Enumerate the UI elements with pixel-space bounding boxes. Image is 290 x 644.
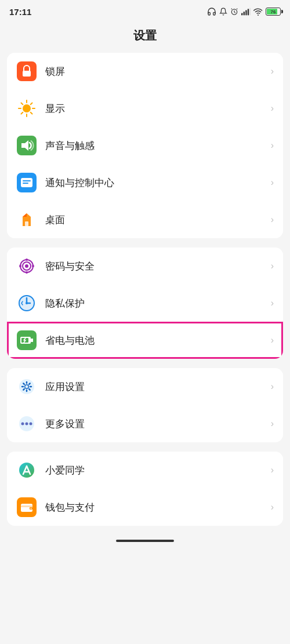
desktop-arrow: ›: [271, 214, 274, 225]
svg-line-48: [29, 389, 30, 390]
svg-rect-9: [23, 71, 31, 77]
privacy-arrow: ›: [271, 298, 274, 308]
svg-line-49: [29, 383, 30, 384]
svg-line-16: [31, 112, 32, 114]
svg-line-17: [31, 103, 32, 105]
settings-item-notification[interactable]: 通知与控制中心 ›: [7, 164, 283, 201]
settings-item-password[interactable]: 密码与安全 ›: [7, 248, 283, 285]
svg-rect-3: [244, 12, 245, 15]
settings-item-privacy[interactable]: 隐私保护 ›: [7, 285, 283, 322]
display-label: 显示: [45, 102, 271, 115]
battery-icon-item: [16, 330, 37, 351]
bottom-bar: [0, 535, 290, 549]
notification-arrow: ›: [271, 177, 274, 188]
battery-label: 省电与电池: [45, 334, 271, 347]
svg-point-61: [31, 508, 32, 509]
svg-line-15: [21, 103, 23, 105]
wallet-label: 钱包与支付: [45, 501, 271, 514]
svg-point-31: [19, 265, 21, 267]
settings-section-4: 小爱同学 › 钱包与支付 ›: [7, 452, 283, 526]
desktop-label: 桌面: [45, 213, 271, 227]
page-title: 设置: [0, 21, 290, 53]
svg-rect-38: [31, 339, 33, 342]
svg-point-35: [26, 302, 28, 304]
sound-icon: [16, 135, 37, 156]
svg-point-51: [26, 385, 28, 388]
svg-rect-6: [249, 8, 251, 16]
xiaoai-label: 小爱同学: [45, 464, 271, 477]
svg-point-7: [258, 14, 259, 16]
headphone-icon: [207, 7, 216, 16]
signal-icon: [241, 8, 251, 16]
privacy-icon: [16, 293, 37, 314]
battery-arrow: ›: [271, 335, 274, 345]
password-icon: [16, 256, 37, 276]
lockscreen-arrow: ›: [271, 66, 274, 77]
svg-point-28: [25, 264, 28, 268]
status-time: 17:11: [9, 7, 31, 17]
settings-item-more[interactable]: 更多设置 ›: [7, 405, 283, 442]
svg-rect-5: [248, 9, 249, 15]
svg-point-55: [30, 423, 32, 425]
xiaoai-arrow: ›: [271, 465, 274, 475]
more-arrow: ›: [271, 419, 274, 429]
more-settings-icon: [16, 413, 37, 434]
battery-container: 76: [266, 8, 281, 16]
wallet-arrow: ›: [271, 502, 274, 512]
lockscreen-label: 锁屏: [45, 65, 271, 78]
apps-arrow: ›: [271, 381, 274, 392]
svg-line-47: [23, 383, 24, 384]
svg-point-54: [26, 423, 28, 425]
status-bar: 17:11: [0, 0, 290, 21]
alarm-icon: [230, 8, 238, 16]
settings-item-wallet[interactable]: 钱包与支付 ›: [7, 489, 283, 526]
apps-icon: [16, 376, 37, 397]
svg-point-30: [26, 271, 28, 274]
notification-icon-item: [16, 172, 37, 193]
svg-rect-2: [241, 13, 242, 15]
home-indicator: [116, 540, 174, 542]
desktop-icon: [16, 209, 37, 230]
settings-item-display[interactable]: 显示 ›: [7, 90, 283, 127]
svg-line-50: [23, 389, 24, 390]
settings-section-2: 密码与安全 › 隐私保护 › 省电: [7, 248, 283, 359]
wifi-icon: [253, 8, 263, 16]
sound-label: 声音与触感: [45, 139, 271, 152]
svg-point-32: [32, 265, 34, 267]
xiaoai-icon: [16, 460, 37, 481]
settings-section-1: 锁屏 › 显示 ›: [7, 53, 283, 238]
privacy-label: 隐私保护: [45, 297, 271, 310]
notification-label: 通知与控制中心: [45, 176, 271, 190]
sound-arrow: ›: [271, 140, 274, 151]
display-arrow: ›: [271, 103, 274, 114]
svg-point-56: [19, 463, 34, 478]
settings-item-apps[interactable]: 应用设置 ›: [7, 368, 283, 405]
status-icons: 76: [207, 7, 281, 16]
settings-item-lockscreen[interactable]: 锁屏 ›: [7, 53, 283, 90]
settings-section-3: 应用设置 › 更多设置 ›: [7, 368, 283, 442]
svg-rect-59: [21, 505, 32, 507]
password-label: 密码与安全: [45, 260, 271, 273]
svg-rect-4: [245, 10, 246, 16]
svg-point-29: [26, 259, 28, 261]
svg-point-53: [21, 423, 24, 425]
settings-item-xiaoai[interactable]: 小爱同学 ›: [7, 452, 283, 489]
svg-point-10: [23, 104, 31, 112]
wallet-icon: [16, 497, 37, 518]
settings-item-desktop[interactable]: 桌面 ›: [7, 201, 283, 238]
lockscreen-icon: [16, 61, 37, 82]
more-label: 更多设置: [45, 417, 271, 431]
apps-label: 应用设置: [45, 380, 271, 394]
battery-icon: 76: [266, 8, 281, 16]
settings-item-battery[interactable]: 省电与电池 ›: [7, 322, 283, 359]
svg-rect-25: [25, 221, 28, 226]
notification-icon: [219, 8, 227, 16]
password-arrow: ›: [271, 261, 274, 271]
display-icon: [16, 98, 37, 119]
svg-line-18: [21, 112, 23, 114]
settings-item-sound[interactable]: 声音与触感 ›: [7, 127, 283, 164]
